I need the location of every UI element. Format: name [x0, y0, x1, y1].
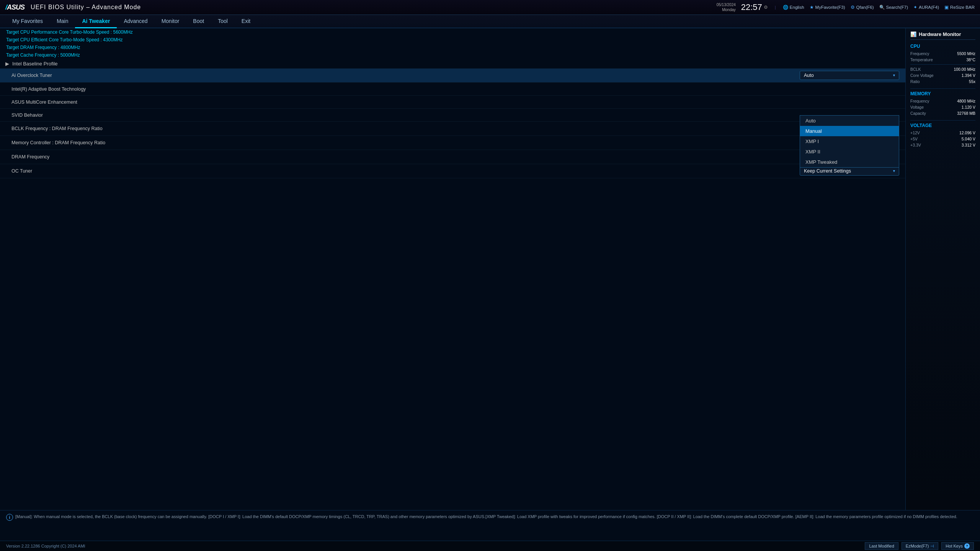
version-string: Version 2.22.1286 Copyright (C) 2024 AMI	[6, 544, 85, 548]
gear-icon[interactable]: ⚙	[764, 5, 768, 10]
tab-ai-tweaker[interactable]: Ai Tweaker	[75, 15, 117, 28]
hw-mem-voltage-value: 1.120 V	[962, 105, 975, 109]
toolbar-search[interactable]: 🔍 Search(F7)	[879, 5, 908, 10]
section-label: Intel Baseline Profile	[12, 61, 58, 67]
aura-icon: ✦	[913, 5, 917, 10]
setting-row-dram-freq[interactable]: DRAM Frequency Auto	[0, 150, 905, 164]
bios-title: UEFI BIOS Utility – Advanced Mode	[31, 4, 141, 11]
hw-cpu-freq-value: 5500 MHz	[957, 51, 975, 56]
hw-ratio-value: 55x	[969, 79, 975, 84]
setting-row-adaptive-boost[interactable]: Intel(R) Adaptive Boost Technology	[0, 83, 905, 96]
toolbar-aura[interactable]: ✦ AURA(F4)	[913, 5, 939, 10]
hw-core-voltage-value: 1.394 V	[962, 73, 975, 78]
status-bar: Version 2.22.1286 Copyright (C) 2024 AMI…	[0, 541, 980, 551]
hw-ratio-row: Ratio 55x	[910, 79, 975, 84]
hw-cpu-freq-row: Frequency 5500 MHz	[910, 51, 975, 56]
setting-label-ai-overclock: Ai Overclock Tuner	[11, 73, 800, 78]
hw-5v-value: 5.040 V	[962, 137, 975, 141]
hw-cpu-title: CPU	[910, 44, 975, 49]
hw-5v-row: +5V 5.040 V	[910, 137, 975, 141]
info-text: [Manual]: When manual mode is selected, …	[15, 514, 957, 519]
toolbar-resize-bar[interactable]: ▣ ReSize BAR	[944, 5, 975, 10]
search-icon: 🔍	[879, 5, 885, 10]
setting-label-dram-freq: DRAM Frequency	[11, 154, 800, 160]
date-text: 05/13/2024	[717, 2, 736, 7]
hw-5v-label: +5V	[910, 137, 918, 141]
option-xmp1[interactable]: XMP I	[800, 136, 899, 147]
time-block: 22:57 ⚙	[741, 2, 768, 12]
last-modified-button[interactable]: Last Modified	[865, 542, 898, 550]
option-manual[interactable]: Manual	[800, 126, 899, 136]
section-intel-baseline[interactable]: ▶ Intel Baseline Profile	[0, 59, 905, 68]
hw-mem-capacity-row: Capacity 32768 MB	[910, 111, 975, 116]
info-item-1: Target CPU Efficient Core Turbo-Mode Spe…	[0, 36, 905, 44]
day-text: Monday	[722, 7, 736, 12]
tab-advanced[interactable]: Advanced	[117, 15, 154, 28]
hw-monitor-icon: 📊	[910, 31, 916, 37]
hw-33v-row: +3.3V 3.312 V	[910, 143, 975, 147]
hw-mem-voltage-label: Voltage	[910, 105, 924, 109]
hw-12v-value: 12.096 V	[959, 130, 975, 135]
hw-mem-capacity-value: 32768 MB	[957, 111, 975, 116]
left-panel: Target CPU Performance Core Turbo-Mode S…	[0, 28, 905, 510]
tab-boot[interactable]: Boot	[186, 15, 211, 28]
hw-cpu-freq-label: Frequency	[910, 51, 929, 56]
hw-33v-value: 3.312 V	[962, 143, 975, 147]
option-xmp-tweaked[interactable]: XMP Tweaked	[800, 157, 899, 167]
setting-row-svid[interactable]: SVID Behavior	[0, 109, 905, 122]
setting-label-adaptive-boost: Intel(R) Adaptive Boost Technology	[11, 86, 800, 92]
hw-monitor-title: 📊 Hardware Monitor	[910, 31, 975, 40]
hot-keys-button[interactable]: Hot Keys ?	[941, 542, 974, 550]
hw-bclk-label: BCLK	[910, 67, 921, 72]
option-xmp2[interactable]: XMP II	[800, 147, 899, 157]
qfan-icon: ⚙	[851, 5, 855, 10]
toolbar-myfavorite[interactable]: ★ MyFavorite(F3)	[810, 5, 845, 10]
hw-mem-capacity-label: Capacity	[910, 111, 926, 116]
info-item-0: Target CPU Performance Core Turbo-Mode S…	[0, 28, 905, 36]
setting-label-svid: SVID Behavior	[11, 112, 800, 118]
oc-tuner-dropdown[interactable]: Keep Current Settings	[800, 166, 899, 176]
star-icon: ★	[810, 5, 814, 10]
setting-row-oc-tuner[interactable]: OC Tuner Keep Current Settings	[0, 164, 905, 178]
last-modified-label: Last Modified	[869, 544, 894, 548]
toolbar-qfan[interactable]: ⚙ Qfan(F6)	[851, 5, 874, 10]
header-bar: /ASUS UEFI BIOS Utility – Advanced Mode …	[0, 0, 980, 15]
hw-divider-2	[910, 88, 975, 89]
dropdown-popup[interactable]: Auto Manual XMP I XMP II XMP Tweaked	[800, 115, 899, 168]
hw-12v-label: +12V	[910, 130, 920, 135]
tab-monitor[interactable]: Monitor	[155, 15, 186, 28]
tab-main[interactable]: Main	[50, 15, 75, 28]
setting-row-multicore[interactable]: ASUS MultiCore Enhancement	[0, 96, 905, 109]
hw-divider-1	[910, 64, 975, 65]
tab-exit[interactable]: Exit	[235, 15, 257, 28]
tab-tool[interactable]: Tool	[211, 15, 235, 28]
setting-value-ai-overclock[interactable]: Auto	[800, 71, 899, 80]
datetime-block: 05/13/2024 Monday	[717, 2, 736, 12]
hot-keys-icon: ?	[964, 543, 970, 549]
setting-row-bclk-dram[interactable]: BCLK Frequency : DRAM Frequency Ratio Au…	[0, 122, 905, 136]
right-panel: 📊 Hardware Monitor CPU Frequency 5500 MH…	[905, 28, 980, 510]
ez-mode-button[interactable]: EzMode(F7) ⊣	[902, 542, 939, 550]
setting-row-ai-overclock[interactable]: Ai Overclock Tuner Auto	[0, 68, 905, 83]
hw-12v-row: +12V 12.096 V	[910, 130, 975, 135]
setting-value-oc-tuner[interactable]: Keep Current Settings	[800, 166, 899, 176]
ez-mode-label: EzMode(F7)	[906, 544, 929, 548]
setting-label-oc-tuner: OC Tuner	[11, 168, 800, 174]
nav-bar: My Favorites Main Ai Tweaker Advanced Mo…	[0, 15, 980, 28]
arrow-icon: ▶	[5, 61, 9, 67]
hw-core-voltage-row: Core Voltage 1.394 V	[910, 73, 975, 78]
version-text: Version 2.22.1286 Copyright (C) 2024 AMI	[6, 544, 85, 548]
hw-bclk-value: 100.00 MHz	[954, 67, 975, 72]
hw-mem-freq-label: Frequency	[910, 99, 929, 103]
setting-label-bclk-dram: BCLK Frequency : DRAM Frequency Ratio	[11, 126, 800, 131]
ai-overclock-dropdown[interactable]: Auto	[800, 71, 899, 80]
tab-my-favorites[interactable]: My Favorites	[5, 15, 50, 28]
hw-divider-3	[910, 120, 975, 121]
toolbar-english[interactable]: 🌐 English	[783, 5, 804, 10]
hw-voltage-section: Voltage +12V 12.096 V +5V 5.040 V +3.3V …	[910, 123, 975, 147]
setting-row-mc-dram[interactable]: Memory Controller : DRAM Frequency Ratio…	[0, 136, 905, 150]
info-item-3: Target Cache Frequency : 5000MHz	[0, 51, 905, 59]
time-display: 22:57	[741, 2, 762, 12]
hw-cpu-temp-value: 38°C	[967, 57, 975, 62]
option-auto[interactable]: Auto	[800, 116, 899, 126]
